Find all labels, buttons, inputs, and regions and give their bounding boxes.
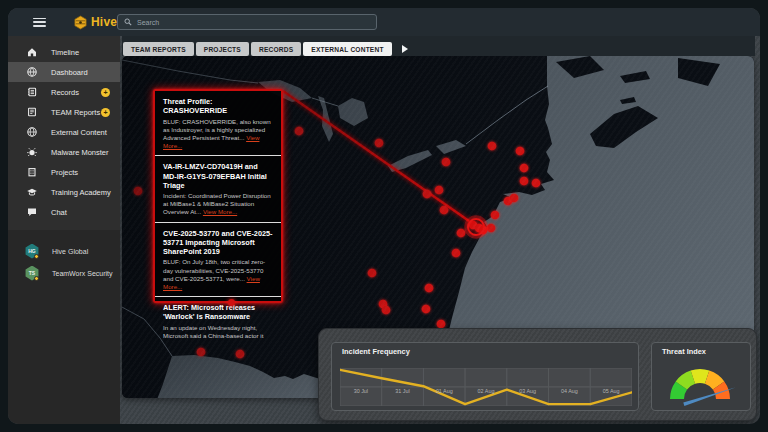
- tab-external-content[interactable]: EXTERNAL CONTENT: [303, 42, 391, 56]
- incident-dot[interactable]: [487, 224, 496, 233]
- threat-index-panel: Threat Index: [651, 342, 751, 411]
- incident-dot[interactable]: [442, 158, 451, 167]
- sidebar-item-label: External Content: [51, 128, 107, 137]
- sidebar-item-dashboard[interactable]: Dashboard: [8, 62, 120, 82]
- incident-dot[interactable]: [423, 190, 432, 199]
- incident-dot[interactable]: [435, 186, 444, 195]
- sidebar-item-label: Timeline: [51, 48, 79, 57]
- incident-dot[interactable]: [457, 229, 466, 238]
- view-more-link[interactable]: View More...: [203, 208, 237, 215]
- workspace-status-badge: [34, 254, 39, 259]
- sidebar-item-projects[interactable]: Projects: [8, 162, 120, 182]
- threat-summary: BLUF: On July 18th, two critical zero-da…: [163, 258, 273, 291]
- threat-feed-panel: Threat Profile: CRASHOVERRIDEBLUF: CRASH…: [153, 89, 283, 303]
- sidebar-item-records[interactable]: Records+: [8, 82, 120, 102]
- graduation-cap-icon: [26, 186, 38, 198]
- sidebar-item-label: Dashboard: [51, 68, 88, 77]
- view-more-link[interactable]: View More...: [163, 134, 259, 149]
- incident-frequency-x-axis: 30 Jul31 Jul01 Aug02 Aug03 Aug04 Aug05 A…: [340, 388, 632, 396]
- sidebar-item-chat[interactable]: Chat: [8, 202, 120, 222]
- threat-feed-item: CVE-2025-53770 and CVE-2025-53771 Impact…: [155, 222, 281, 297]
- threat-feed-item: VA-IR-LMZV-CD70419H and MD-IR-G1YS-079EF…: [155, 155, 281, 221]
- incident-dot[interactable]: [236, 350, 245, 359]
- x-tick-label: 31 Jul: [382, 388, 424, 394]
- incident-dot[interactable]: [422, 305, 431, 314]
- threat-title: CVE-2025-53770 and CVE-2025-53771 Impact…: [163, 229, 273, 257]
- workspace-label: TeamWorx Security: [52, 270, 113, 277]
- incident-dot[interactable]: [368, 269, 377, 278]
- x-tick-label: 03 Aug: [507, 388, 549, 394]
- incident-dot[interactable]: [520, 164, 529, 173]
- sidebar-item-label: Training Academy: [51, 188, 111, 197]
- sidebar-item-malware-monster[interactable]: Malware Monster: [8, 142, 120, 162]
- x-tick-label: 01 Aug: [423, 388, 465, 394]
- tab-records[interactable]: RECORDS: [251, 42, 301, 56]
- sidebar-item-label: Malware Monster: [51, 148, 109, 157]
- threat-summary: BLUF: CRASHOVERRIDE, also known as Indus…: [163, 118, 273, 151]
- globe-icon: [26, 66, 38, 78]
- top-bar: Hive-IQ® Search: [8, 8, 760, 36]
- search-input[interactable]: Search: [117, 14, 377, 30]
- callout-anchor-dot: [228, 299, 235, 306]
- sidebar-item-team-reports[interactable]: TEAM Reports+: [8, 102, 120, 122]
- hive-logo-icon: [73, 15, 88, 30]
- incident-dot[interactable]: [197, 348, 206, 357]
- tab-team-reports[interactable]: TEAM REPORTS: [123, 42, 194, 56]
- workspace-label: Hive Global: [52, 248, 88, 255]
- incident-frequency-title: Incident Frequency: [342, 347, 410, 356]
- incident-dot[interactable]: [440, 206, 449, 215]
- grid-cell: [549, 368, 591, 387]
- incident-frequency-panel: Incident Frequency 30 Jul31 Jul01 Aug02 …: [331, 342, 639, 411]
- search-icon: [124, 18, 132, 26]
- new-item-badge[interactable]: +: [101, 108, 110, 117]
- tab-projects[interactable]: PROJECTS: [196, 42, 249, 56]
- incident-dot[interactable]: [295, 127, 304, 136]
- sidebar-item-timeline[interactable]: Timeline: [8, 42, 120, 62]
- hamburger-menu-icon[interactable]: [33, 18, 46, 27]
- threat-summary: In an update on Wednesday night, Microso…: [163, 324, 273, 340]
- report-icon: [26, 106, 38, 118]
- home-icon: [26, 46, 38, 58]
- play-triangle-icon: [402, 45, 408, 53]
- incident-dot[interactable]: [510, 194, 519, 203]
- threat-title: VA-IR-LMZV-CD70419H and MD-IR-G1YS-079EF…: [163, 162, 273, 190]
- incident-dot[interactable]: [491, 211, 500, 220]
- threat-title: Threat Profile: CRASHOVERRIDE: [163, 97, 273, 116]
- x-tick-label: 02 Aug: [465, 388, 507, 394]
- sidebar-item-label: TEAM Reports: [51, 108, 100, 117]
- charts-bar: Incident Frequency 30 Jul31 Jul01 Aug02 …: [318, 328, 757, 421]
- sidebar-workspaces: HGHive GlobalTSTeamWorx Security: [8, 230, 120, 284]
- x-tick-label: 04 Aug: [548, 388, 590, 394]
- sidebar-item-label: Chat: [51, 208, 67, 217]
- incident-dot[interactable]: [452, 249, 461, 258]
- new-item-badge[interactable]: +: [101, 88, 110, 97]
- workspace-item-ts[interactable]: TSTeamWorx Security: [8, 262, 120, 284]
- workspace-item-hg[interactable]: HGHive Global: [8, 240, 120, 262]
- grid-cell: [423, 368, 465, 387]
- sidebar-item-external-content[interactable]: External Content: [8, 122, 120, 142]
- incident-dot[interactable]: [134, 187, 143, 196]
- tabs-more-button[interactable]: [397, 42, 413, 56]
- search-placeholder: Search: [137, 19, 159, 26]
- records-icon: [26, 86, 38, 98]
- incident-dot[interactable]: [520, 177, 529, 186]
- incident-dot[interactable]: [437, 320, 446, 329]
- view-more-link[interactable]: View More...: [163, 275, 260, 290]
- incident-dot[interactable]: [425, 284, 434, 293]
- sidebar: TimelineDashboardRecords+TEAM Reports+Ex…: [8, 36, 120, 424]
- sidebar-item-label: Projects: [51, 168, 78, 177]
- sidebar-item-training-academy[interactable]: Training Academy: [8, 182, 120, 202]
- incident-dot[interactable]: [382, 306, 391, 315]
- sidebar-item-label: Records: [51, 88, 79, 97]
- incident-dot[interactable]: [532, 179, 541, 188]
- sidebar-nav: TimelineDashboardRecords+TEAM Reports+Ex…: [8, 36, 120, 230]
- chat-icon: [26, 206, 38, 218]
- threat-summary: Incident: Coordinated Power Disruption a…: [163, 192, 273, 217]
- incident-dot[interactable]: [516, 147, 525, 156]
- incident-dot[interactable]: [375, 139, 384, 148]
- threat-feed-item: ALERT: Microsoft releases 'Warlock' is R…: [155, 296, 281, 345]
- threat-feed-item: Threat Profile: CRASHOVERRIDEBLUF: CRASH…: [155, 91, 281, 155]
- incident-dot[interactable]: [488, 142, 497, 151]
- threat-index-gauge: [652, 354, 752, 410]
- x-tick-label: 05 Aug: [590, 388, 632, 394]
